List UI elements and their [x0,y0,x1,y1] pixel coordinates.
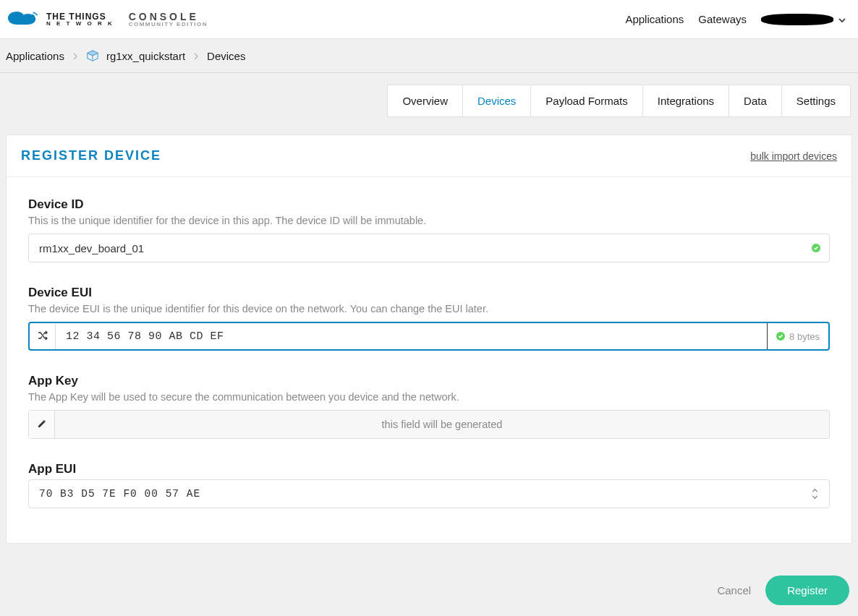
breadcrumb-app-name[interactable]: rg1xx_quickstart [106,50,185,62]
device-eui-label: Device EUI [28,286,830,300]
tabs-row: Overview Devices Payload Formats Integra… [0,73,858,134]
nav-applications[interactable]: Applications [625,13,684,25]
edit-button[interactable] [29,411,55,438]
user-menu[interactable] [761,14,846,25]
console-line2: COMMUNITY EDITION [129,22,208,27]
app-key-label: App Key [28,374,830,388]
panel-title: REGISTER DEVICE [21,148,161,163]
device-id-input[interactable] [29,234,803,262]
brand-line1: THE THINGS [46,12,114,21]
tab-devices[interactable]: Devices [463,85,531,116]
console-line1: CONSOLE [129,12,208,22]
check-icon [812,244,820,252]
app-key-help: The App Key will be used to secure the c… [28,391,830,403]
device-id-input-wrap [28,234,830,262]
app-key-row: this field will be generated [28,410,830,439]
nav-right: Applications Gateways [625,13,846,25]
breadcrumb-applications[interactable]: Applications [6,50,64,62]
app-eui-select[interactable]: 70 B3 D5 7E F0 00 57 AE [28,479,830,508]
brand-line2: N E T W O R K [46,21,114,27]
tab-data[interactable]: Data [729,85,782,116]
app-eui-label: App EUI [28,462,830,476]
shuffle-icon [37,330,48,343]
bulk-import-link[interactable]: bulk import devices [750,150,837,162]
logo-cloud-icon [6,9,41,30]
device-id-valid [803,244,829,252]
app-icon [86,49,99,62]
user-avatar [761,14,833,25]
device-id-label: Device ID [28,197,830,212]
field-device-eui: Device EUI The device EUI is the unique … [28,286,830,351]
device-eui-trail: 8 bytes [768,331,828,342]
logo-text: THE THINGS N E T W O R K [46,12,114,27]
pencil-icon [37,419,47,431]
field-app-eui: App EUI 70 B3 D5 7E F0 00 57 AE [28,462,830,508]
device-eui-help: The device EUI is the unique identifier … [28,303,830,315]
device-eui-bytes: 8 bytes [789,331,820,342]
panel-body: Device ID This is the unique identifier … [7,177,851,543]
register-panel: REGISTER DEVICE bulk import devices Devi… [6,134,852,544]
logo-area[interactable]: THE THINGS N E T W O R K CONSOLE COMMUNI… [6,9,208,30]
cancel-button[interactable]: Cancel [717,584,751,596]
app-eui-value: 70 B3 D5 7E F0 00 57 AE [39,488,200,500]
tab-settings[interactable]: Settings [782,85,850,116]
breadcrumb: Applications rg1xx_quickstart Devices [0,39,858,73]
top-header: THE THINGS N E T W O R K CONSOLE COMMUNI… [0,0,858,39]
device-eui-input-wrap: 8 bytes [28,322,830,351]
footer: Cancel Register [0,561,858,616]
chevron-right-icon [192,50,200,62]
logo-console: CONSOLE COMMUNITY EDITION [129,12,208,27]
svg-marker-0 [88,51,98,56]
device-id-help: This is the unique identifier for the de… [28,215,830,226]
tab-overview[interactable]: Overview [388,85,463,116]
field-app-key: App Key The App Key will be used to secu… [28,374,830,439]
field-device-id: Device ID This is the unique identifier … [28,197,830,262]
panel-header: REGISTER DEVICE bulk import devices [7,135,851,177]
chevron-down-icon [838,15,846,24]
app-key-placeholder: this field will be generated [55,419,829,430]
tabs: Overview Devices Payload Formats Integra… [387,85,851,117]
tab-payload-formats[interactable]: Payload Formats [531,85,642,116]
shuffle-button[interactable] [30,323,56,349]
register-button[interactable]: Register [765,576,849,605]
device-eui-input[interactable] [56,323,768,349]
breadcrumb-devices[interactable]: Devices [207,50,245,62]
check-icon [776,332,785,341]
sort-icon [811,488,819,500]
nav-gateways[interactable]: Gateways [698,13,747,25]
tab-integrations[interactable]: Integrations [643,85,729,116]
chevron-right-icon [72,50,79,62]
